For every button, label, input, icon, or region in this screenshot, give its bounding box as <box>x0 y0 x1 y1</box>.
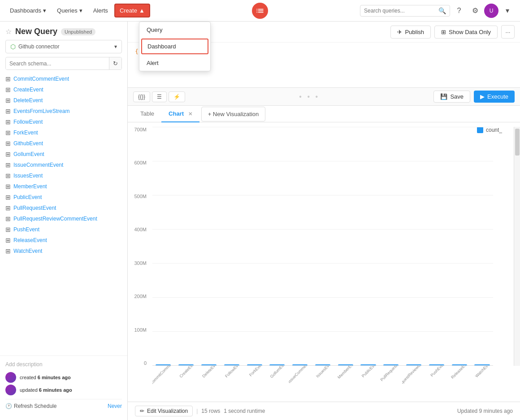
table-grid-icon: ⊞ <box>5 226 11 233</box>
bar-group[interactable] <box>471 364 493 365</box>
header-more-button[interactable]: ··· <box>501 25 515 39</box>
tab-chart[interactable]: Chart ✕ <box>161 106 199 122</box>
user-avatar[interactable]: U <box>484 4 498 18</box>
bar <box>452 364 467 365</box>
bar-group[interactable] <box>243 364 265 365</box>
chart-tab-label: Chart <box>169 110 184 117</box>
bar-group[interactable] <box>198 364 220 365</box>
schema-item[interactable]: ⊞CommitCommentEvent <box>5 74 122 84</box>
x-axis-label-group: FollowEvent <box>221 366 243 402</box>
bar <box>178 364 194 365</box>
schema-item[interactable]: ⊞PushEvent <box>5 224 122 235</box>
nav-create[interactable]: Create ▲ <box>114 4 150 17</box>
y-axis-label: 100M <box>134 327 147 333</box>
bar-group[interactable] <box>403 364 425 365</box>
publish-button[interactable]: ✈ Publish <box>390 26 431 39</box>
tab-table[interactable]: Table <box>133 106 161 122</box>
y-axis-label: 700M <box>134 127 147 132</box>
settings-button[interactable]: ⚙ <box>468 4 482 18</box>
table-grid-icon: ⊞ <box>5 129 11 136</box>
bar-group[interactable] <box>380 364 402 365</box>
save-label: Save <box>450 93 464 100</box>
nav-more-button[interactable]: ▾ <box>500 4 515 18</box>
x-axis-label-group: GollumEvent <box>266 366 289 402</box>
schema-item[interactable]: ⊞CreateEvent <box>5 84 122 95</box>
add-description-button[interactable]: Add description <box>5 361 122 368</box>
sidebar: ☆ New Query Unpublished ⬡ Github connect… <box>0 22 128 420</box>
table-grid-icon: ⊞ <box>5 172 11 179</box>
edit-visualization-button[interactable]: ✏ Edit Visualization <box>135 406 193 416</box>
schema-refresh-button[interactable]: ↻ <box>109 57 121 69</box>
save-button[interactable]: 💾 Save <box>433 91 470 103</box>
y-axis-label: 0 <box>144 360 147 366</box>
schema-item[interactable]: ⊞FollowEvent <box>5 117 122 127</box>
refresh-schedule-row: 🕐 Refresh Schedule Never <box>5 399 122 409</box>
bar-group[interactable] <box>312 364 334 365</box>
x-axis-label: GollumEvent <box>269 366 289 379</box>
schema-item[interactable]: ⊞GithubEvent <box>5 138 122 149</box>
bar <box>247 364 262 365</box>
x-axis-label: CommitCommentEvent <box>152 366 175 385</box>
lightning-button[interactable]: ⚡ <box>169 91 185 102</box>
show-data-button[interactable]: ⊞ Show Data Only <box>434 26 498 39</box>
x-axis-label: WatchEvent <box>474 366 493 378</box>
favorite-star-icon[interactable]: ☆ <box>5 27 12 36</box>
bar-group[interactable] <box>266 364 288 365</box>
schema-item[interactable]: ⊞EventsFromLiveStream <box>5 106 122 117</box>
table-grid-icon: ⊞ <box>5 237 11 244</box>
create-query-item[interactable]: Query <box>139 22 210 38</box>
schema-item[interactable]: ⊞ReleaseEvent <box>5 235 122 246</box>
bar-group[interactable] <box>152 364 174 365</box>
bar <box>383 364 399 365</box>
bar-group[interactable] <box>221 364 243 365</box>
schema-search-box: ↻ <box>5 57 122 70</box>
schema-item[interactable]: ⊞PullRequestEvent <box>5 203 122 213</box>
create-dashboard-item[interactable]: Dashboard <box>141 39 208 54</box>
bar-group[interactable] <box>334 364 356 365</box>
chart-scrollbar[interactable] <box>514 127 520 366</box>
bar-group[interactable] <box>175 364 197 365</box>
bar-group[interactable] <box>448 364 470 365</box>
schema-item[interactable]: ⊞PublicEvent <box>5 192 122 203</box>
refresh-schedule-button[interactable]: 🕐 Refresh Schedule <box>5 403 56 409</box>
create-alert-item[interactable]: Alert <box>139 55 210 71</box>
updated-info: Updated 9 minutes ago <box>457 408 513 414</box>
schema-search-input[interactable] <box>6 58 109 69</box>
search-input[interactable] <box>364 8 436 14</box>
execute-button[interactable]: ▶ Execute <box>474 91 515 103</box>
new-viz-label: + New Visualization <box>208 111 259 117</box>
format-button[interactable]: {{}} <box>133 91 150 102</box>
x-axis-label-group: DeleteEvent <box>198 366 221 402</box>
bar-group[interactable] <box>357 364 379 365</box>
refresh-value[interactable]: Never <box>108 403 122 409</box>
y-axis: 700M600M500M400M300M200M100M0 <box>128 127 150 366</box>
new-visualization-tab[interactable]: + New Visualization <box>201 107 266 121</box>
schema-item[interactable]: ⊞MemberEvent <box>5 181 122 192</box>
save-icon: 💾 <box>440 93 447 100</box>
schema-item[interactable]: ⊞DeleteEvent <box>5 95 122 106</box>
connector-selector[interactable]: ⬡ Github connector ▾ <box>5 40 122 53</box>
schema-item[interactable]: ⊞ForkEvent <box>5 127 122 138</box>
nav-queries[interactable]: Queries ▾ <box>52 4 87 17</box>
connector-icon: ⬡ <box>10 43 16 50</box>
bar-group[interactable] <box>289 364 311 365</box>
bar-group[interactable] <box>426 364 448 365</box>
search-box: 🔍 <box>360 5 450 17</box>
x-axis-label-group: IssuesEvent <box>312 366 334 402</box>
nav-dashboards[interactable]: Dashboards ▾ <box>5 4 51 17</box>
x-axis-label-group: PushEvent <box>425 366 448 402</box>
schema-item[interactable]: ⊞WatchEvent <box>5 246 122 256</box>
schema-list: ⊞CommitCommentEvent⊞CreateEvent⊞DeleteEv… <box>0 74 127 355</box>
x-axis-label: CreateEvent <box>178 366 197 379</box>
schema-item[interactable]: ⊞GollumEvent <box>5 149 122 160</box>
schema-item[interactable]: ⊞PullRequestReviewCommentEvent <box>5 213 122 224</box>
bar <box>156 364 171 365</box>
schema-item[interactable]: ⊞IssuesEvent <box>5 170 122 181</box>
help-button[interactable]: ? <box>452 4 466 18</box>
schema-item[interactable]: ⊞IssueCommentEvent <box>5 160 122 170</box>
list-button[interactable]: ☰ <box>152 91 167 102</box>
nav-alerts[interactable]: Alerts <box>89 4 113 17</box>
x-axis-label: PushEvent <box>429 366 446 377</box>
app-logo <box>252 3 268 19</box>
chart-tab-close[interactable]: ✕ <box>188 111 192 117</box>
